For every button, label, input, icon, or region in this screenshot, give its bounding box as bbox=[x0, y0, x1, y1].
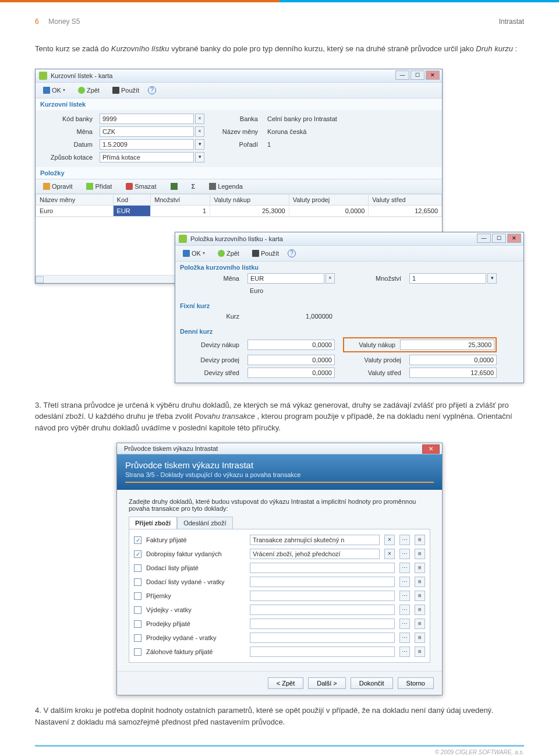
minimize-button[interactable]: — bbox=[477, 234, 491, 243]
input-mena[interactable]: CZK bbox=[100, 126, 194, 137]
list-transaction-button[interactable]: ≡ bbox=[415, 577, 425, 587]
checkbox[interactable] bbox=[134, 606, 141, 614]
delete-button[interactable]: Smazat bbox=[122, 181, 160, 192]
input-valuty-stred[interactable]: 12,6500 bbox=[409, 368, 497, 378]
close-button[interactable]: ✕ bbox=[422, 444, 440, 454]
excel-button[interactable] bbox=[167, 181, 182, 192]
checkbox[interactable] bbox=[134, 634, 141, 642]
input-valuty-prodej[interactable]: 0,0000 bbox=[409, 355, 497, 365]
dropdown-mnozstvi[interactable]: ▾ bbox=[487, 273, 497, 284]
input-valuty-nakup[interactable]: 25,3000 bbox=[400, 340, 494, 350]
legend-button[interactable]: Legenda bbox=[205, 181, 247, 192]
checkbox[interactable] bbox=[134, 578, 141, 586]
sigma-button[interactable]: Σ bbox=[187, 181, 200, 192]
checkbox[interactable] bbox=[134, 550, 141, 558]
list-transaction-button[interactable]: ≡ bbox=[415, 563, 425, 573]
back-icon bbox=[218, 250, 225, 257]
input-kod-banky[interactable]: 9999 bbox=[100, 114, 194, 124]
col-mnozstvi[interactable]: Množství bbox=[151, 194, 210, 205]
list-transaction-button[interactable]: ≡ bbox=[415, 605, 425, 615]
doctype-label: Dobropisy faktur vydaných bbox=[146, 550, 245, 557]
browse-transaction-button[interactable]: ⋯ bbox=[399, 591, 410, 601]
input-devizy-prodej[interactable]: 0,0000 bbox=[247, 355, 335, 365]
maximize-button[interactable]: ☐ bbox=[492, 234, 506, 243]
browse-transaction-button[interactable]: ⋯ bbox=[399, 535, 410, 545]
minimize-button[interactable]: — bbox=[395, 70, 409, 80]
browse-transaction-button[interactable]: ⋯ bbox=[399, 563, 410, 573]
clear-transaction-button[interactable]: × bbox=[384, 549, 395, 559]
input-devizy-stred[interactable]: 0,0000 bbox=[247, 368, 335, 378]
browse-transaction-button[interactable]: ⋯ bbox=[399, 647, 410, 657]
col-valuty-prodej[interactable]: Valuty prodej bbox=[289, 194, 369, 205]
col-nazev-meny[interactable]: Název měny bbox=[36, 194, 114, 205]
browse-transaction-button[interactable]: ⋯ bbox=[399, 605, 410, 615]
tab-prijeti-zbozi[interactable]: Přijetí zboží bbox=[129, 517, 177, 529]
cancel-button[interactable]: Storno bbox=[398, 677, 434, 689]
col-kod[interactable]: Kod bbox=[113, 194, 151, 205]
transaction-field[interactable] bbox=[250, 605, 395, 615]
browse-transaction-button[interactable]: ⋯ bbox=[399, 549, 410, 559]
list-transaction-button[interactable]: ≡ bbox=[415, 591, 425, 601]
dropdown-datum[interactable]: ▾ bbox=[195, 139, 204, 150]
next-button[interactable]: Další > bbox=[308, 677, 346, 689]
close-button[interactable]: ✕ bbox=[507, 234, 521, 243]
cell-vnakup: 25,3000 bbox=[210, 205, 289, 216]
list-transaction-button[interactable]: ≡ bbox=[415, 549, 425, 559]
transaction-field[interactable] bbox=[250, 591, 395, 601]
label-poradi: Pořadí bbox=[211, 141, 258, 148]
clear-mena[interactable]: × bbox=[195, 126, 204, 137]
checkbox[interactable] bbox=[134, 592, 141, 600]
dropdown-zpusob[interactable]: ▾ bbox=[195, 152, 204, 162]
checkbox[interactable] bbox=[134, 620, 141, 628]
finish-button[interactable]: Dokončit bbox=[351, 677, 393, 689]
col-valuty-nakup[interactable]: Valuty nákup bbox=[210, 194, 289, 205]
transaction-field[interactable] bbox=[250, 563, 395, 573]
field-mena: EUR × bbox=[247, 273, 335, 284]
ok-button[interactable]: OK ▾ bbox=[179, 248, 209, 259]
transaction-field[interactable] bbox=[250, 647, 395, 657]
back-button[interactable]: < Zpět bbox=[268, 677, 304, 689]
section-name: Intrastat bbox=[499, 17, 524, 26]
clear-mena[interactable]: × bbox=[326, 273, 335, 284]
col-valuty-stred[interactable]: Valuty střed bbox=[369, 194, 442, 205]
scroll-left-arrow[interactable] bbox=[36, 276, 44, 283]
transaction-field[interactable] bbox=[250, 619, 395, 629]
transaction-field[interactable]: Vrácení zboží, jehož předchozí bbox=[250, 549, 380, 559]
list-transaction-button[interactable]: ≡ bbox=[415, 633, 425, 643]
browse-transaction-button[interactable]: ⋯ bbox=[399, 619, 410, 629]
list-transaction-button[interactable]: ≡ bbox=[415, 535, 425, 545]
checkbox[interactable] bbox=[134, 648, 141, 656]
transaction-field[interactable]: Transakce zahrnující skutečný n bbox=[250, 535, 380, 545]
table-row[interactable]: Euro EUR 1 25,3000 0,0000 12,6500 bbox=[36, 205, 442, 216]
browse-transaction-button[interactable]: ⋯ bbox=[399, 577, 410, 587]
clear-transaction-button[interactable]: × bbox=[384, 535, 395, 545]
transaction-field[interactable] bbox=[250, 633, 395, 643]
input-zpusob-kotace[interactable]: Přímá kotace bbox=[100, 152, 194, 162]
input-datum[interactable]: 1.5.2009 bbox=[100, 139, 194, 150]
ok-button[interactable]: OK ▾ bbox=[39, 85, 69, 96]
apply-button[interactable]: Použít bbox=[248, 248, 283, 259]
checkbox[interactable] bbox=[134, 536, 141, 544]
back-icon bbox=[78, 87, 85, 94]
close-button[interactable]: ✕ bbox=[426, 70, 440, 80]
help-icon[interactable]: ? bbox=[148, 86, 156, 94]
list-transaction-button[interactable]: ≡ bbox=[415, 619, 425, 629]
input-mnozstvi[interactable]: 1 bbox=[409, 273, 486, 284]
edit-button[interactable]: Opravit bbox=[39, 181, 76, 192]
list-transaction-button[interactable]: ≡ bbox=[415, 647, 425, 657]
maximize-button[interactable]: ☐ bbox=[411, 70, 424, 80]
sigma-icon: Σ bbox=[192, 183, 196, 190]
checkbox[interactable] bbox=[134, 564, 141, 572]
tab-odeslani-zbozi[interactable]: Odeslání zboží bbox=[177, 517, 232, 529]
transaction-field[interactable] bbox=[250, 577, 395, 587]
add-button[interactable]: Přidat bbox=[82, 181, 116, 192]
back-button[interactable]: Zpět bbox=[74, 85, 104, 96]
input-devizy-nakup[interactable]: 0,0000 bbox=[247, 340, 335, 350]
input-mena[interactable]: EUR bbox=[247, 273, 324, 284]
clear-kod-banky[interactable]: × bbox=[195, 114, 204, 124]
apply-button[interactable]: Použít bbox=[108, 85, 143, 96]
back-button[interactable]: Zpět bbox=[214, 248, 243, 259]
browse-transaction-button[interactable]: ⋯ bbox=[399, 633, 410, 643]
cell-mnozstvi: 1 bbox=[151, 205, 210, 216]
help-icon[interactable]: ? bbox=[288, 249, 296, 257]
